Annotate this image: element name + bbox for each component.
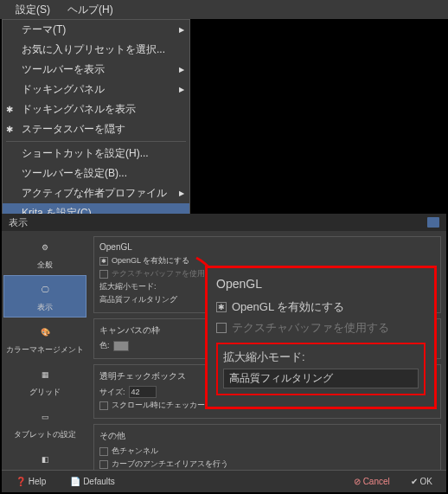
enable-opengl-label: OpenGL を有効にする [112,255,189,266]
menu-favorites[interactable]: お気に入りプリセットを選択... [3,40,189,60]
cancel-button[interactable]: ⊘ Cancel [347,475,397,488]
menu-active-profile[interactable]: アクティブな作者プロファイル [3,183,189,203]
dialog-title-text: 表示 [9,216,28,229]
sidebar-color-mgmt[interactable]: 🎨カラーマネージメント [3,318,86,360]
curve-aa-label: カーブのアンチエイリアスを行う [112,459,228,470]
gear-icon: ⚙ [35,237,55,258]
menu-show-toolbar[interactable]: ツールバーを表示 [3,60,189,80]
curve-aa-checkbox[interactable] [99,460,108,469]
size-label: サイズ: [99,387,125,398]
check-icon: ✱ [6,105,13,114]
color-channel-checkbox[interactable] [99,447,108,456]
help-button[interactable]: ❓ Help [9,475,53,488]
dialog-buttonbar: ❓ Help 📄 Defaults ⊘ Cancel ✔ OK [2,470,446,492]
callout-inner-box: 拡大縮小モード: 高品質フィルタリング [216,343,426,395]
sidebar-tablet[interactable]: ▭タブレットの設定 [3,402,86,445]
callout-texture-label: テクスチャバッファを使用する [232,320,389,336]
menu-help[interactable]: ヘルプ(H) [59,3,122,17]
sidebar-canvas-only[interactable]: ◧キャンバスのみ設定 [3,445,86,470]
menu-hide-status[interactable]: ✱ステータスバーを隠す [3,119,189,139]
callout-title: OpenGL [216,277,426,291]
callout-scale-label: 拡大縮小モード: [223,350,419,365]
tablet-icon: ▭ [35,407,55,427]
opengl-group-title: OpenGL [99,242,435,252]
callout-texture-checkbox[interactable] [216,323,227,333]
grid-icon: ▦ [35,364,55,385]
color-channel-label: 色チャンネル [112,446,158,457]
menu-shortcuts[interactable]: ショートカットを設定(H)... [3,144,189,164]
enable-opengl-checkbox[interactable]: ✱ [99,257,108,266]
color-label: 色: [99,340,110,351]
menu-show-docking[interactable]: ✱ドッキングパネルを表示 [3,99,189,119]
dialog-titlebar: 表示 [2,214,446,231]
monitor-icon [427,217,439,228]
menu-theme[interactable]: テーマ(T) [3,20,189,40]
menu-settings[interactable]: 設定(S) [7,3,59,17]
misc-title: その他 [99,430,435,442]
callout-enable-checkbox[interactable]: ✱ [216,302,227,312]
canvas-icon: ◧ [35,449,55,470]
texture-buffer-checkbox[interactable] [99,270,108,279]
palette-icon: 🎨 [35,322,55,343]
settings-dropdown: テーマ(T) お気に入りプリセットを選択... ツールバーを表示 ドッキングパネ… [2,19,190,224]
callout-enable-label: OpenGL を有効にする [232,299,344,315]
check-icon: ✱ [6,125,13,134]
ok-button[interactable]: ✔ OK [404,475,439,488]
defaults-button[interactable]: 📄 Defaults [63,475,121,488]
color-swatch[interactable] [113,341,129,351]
sidebar-display[interactable]: 🖵表示 [3,275,86,318]
misc-group: その他 色チャンネル カーブのアンチエイリアスを行う [93,424,441,470]
monitor-icon: 🖵 [35,279,55,300]
size-spinbox[interactable]: 42 [129,386,157,398]
menu-separator [6,141,186,142]
callout-scale-combo[interactable]: 高品質フィルタリング [223,369,419,388]
scale-mode-label: 拡大縮小モード: [99,281,157,292]
menu-docking-panel[interactable]: ドッキングパネル [3,80,189,99]
callout-panel: OpenGL ✱OpenGL を有効にする テクスチャバッファを使用する 拡大縮… [205,266,437,409]
menu-config-toolbar[interactable]: ツールバーを設定(B)... [3,164,189,183]
sidebar-general[interactable]: ⚙全般 [3,233,86,275]
menubar: 設定(S) ヘルプ(H) [0,0,448,19]
scale-mode-value[interactable]: 高品質フィルタリング [99,294,177,305]
settings-sidebar: ⚙全般 🖵表示 🎨カラーマネージメント ▦グリッド ▭タブレットの設定 ◧キャン… [2,231,88,470]
sidebar-grid[interactable]: ▦グリッド [3,360,86,402]
scroll-checker-checkbox[interactable] [99,401,108,410]
